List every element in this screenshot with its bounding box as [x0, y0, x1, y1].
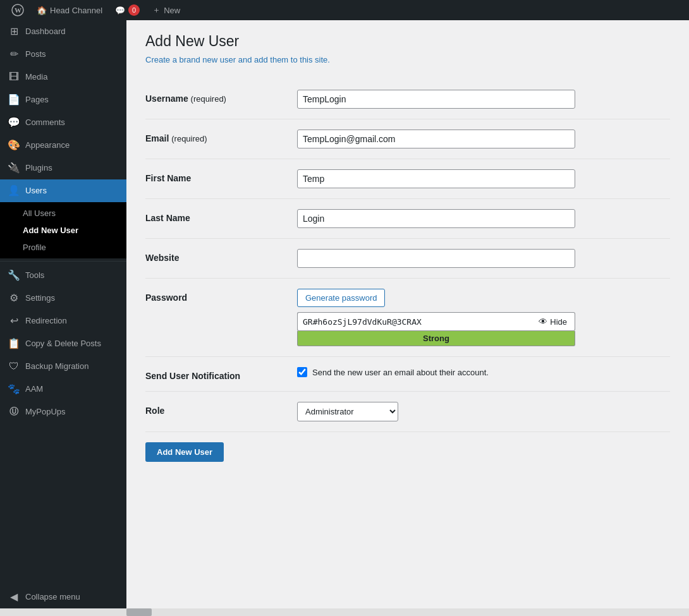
sidebar-label-plugins: Plugins	[25, 162, 52, 174]
profile-label: Profile	[23, 243, 46, 252]
role-row: Role Administrator Editor Author Contrib…	[145, 392, 670, 432]
admin-bar-home[interactable]: 🏠 Head Channel	[30, 0, 109, 20]
firstname-row: First Name	[145, 159, 670, 199]
users-icon: 👤	[8, 184, 20, 197]
page-title: Add New User	[145, 33, 670, 50]
sidebar-item-mypopups[interactable]: Ⓤ MyPopUps	[0, 401, 126, 423]
role-field: Administrator Editor Author Contributor …	[297, 402, 670, 421]
generate-password-button[interactable]: Generate password	[297, 289, 385, 307]
lastname-field	[297, 209, 670, 228]
website-row: Website	[145, 239, 670, 279]
submenu-profile[interactable]: Profile	[0, 239, 126, 256]
admin-bar-notifications[interactable]: 💬 0	[109, 0, 146, 20]
sidebar-item-appearance[interactable]: 🎨 Appearance	[0, 134, 126, 157]
admin-bar: W 🏠 Head Channel 💬 0 ＋ New	[0, 0, 689, 20]
firstname-label: First Name	[145, 169, 297, 183]
hide-label: Hide	[550, 317, 567, 327]
plugins-icon: 🔌	[8, 162, 20, 174]
firstname-input[interactable]	[297, 169, 575, 188]
wp-logo[interactable]: W	[5, 0, 30, 20]
lastname-row: Last Name	[145, 199, 670, 239]
sidebar-label-media: Media	[25, 71, 47, 83]
email-row: Email (required)	[145, 119, 670, 159]
sidebar-label-users: Users	[25, 185, 47, 196]
password-row: Password Generate password 👁 Hide Strong	[145, 279, 670, 357]
home-icon: 🏠	[37, 6, 47, 15]
notifications-count: 0	[128, 4, 140, 16]
page-subtitle: Create a brand new user and add them to …	[145, 55, 670, 64]
submenu-add-new-user[interactable]: Add New User	[0, 222, 126, 239]
sidebar-item-comments[interactable]: 💬 Comments	[0, 111, 126, 134]
add-user-form: Username (required) Email (required)	[145, 80, 670, 462]
email-required: (required)	[171, 134, 207, 143]
sidebar-label-settings: Settings	[25, 293, 55, 304]
sidebar-label-mypopups: MyPopUps	[25, 406, 66, 418]
dashboard-icon: ⊞	[8, 25, 20, 38]
sidebar-item-copy-delete[interactable]: 📋 Copy & Delete Posts	[0, 332, 126, 355]
firstname-field	[297, 169, 670, 188]
redirection-icon: ↩	[8, 315, 20, 327]
new-label: New	[164, 6, 180, 15]
sidebar-label-backup: Backup Migration	[25, 361, 88, 372]
sidebar-item-redirection[interactable]: ↩ Redirection	[0, 310, 126, 332]
sidebar-item-dashboard[interactable]: ⊞ Dashboard	[0, 20, 126, 43]
sidebar-label-dashboard: Dashboard	[25, 26, 66, 37]
website-label: Website	[145, 249, 297, 263]
sidebar-label-posts: Posts	[25, 49, 46, 60]
pages-icon: 📄	[8, 94, 20, 106]
sidebar-item-posts[interactable]: ✏ Posts	[0, 43, 126, 66]
posts-icon: ✏	[8, 48, 20, 61]
tools-icon: 🔧	[8, 269, 20, 282]
submenu-all-users[interactable]: All Users	[0, 205, 126, 222]
role-select[interactable]: Administrator Editor Author Contributor …	[297, 402, 398, 421]
sidebar-item-users[interactable]: 👤 Users	[0, 179, 126, 202]
plus-icon: ＋	[152, 4, 161, 16]
password-input[interactable]	[297, 312, 531, 331]
username-required: (required)	[191, 94, 226, 104]
appearance-icon: 🎨	[8, 139, 20, 152]
all-users-label: All Users	[23, 208, 56, 218]
sidebar-label-comments: Comments	[25, 117, 65, 128]
sidebar-label-pages: Pages	[25, 94, 49, 106]
notification-field: Send the new user an email about their a…	[297, 367, 670, 377]
notification-checkbox[interactable]	[297, 367, 307, 377]
collapse-icon: ◀	[8, 591, 20, 603]
comment-icon: 💬	[115, 6, 125, 15]
admin-bar-new[interactable]: ＋ New	[146, 0, 186, 20]
sidebar: ⊞ Dashboard ✏ Posts 🎞 Media 📄 Pages 💬 Co…	[0, 20, 126, 608]
sidebar-label-redirection: Redirection	[25, 315, 67, 327]
username-label: Username (required)	[145, 90, 297, 104]
sidebar-label-copy-delete: Copy & Delete Posts	[25, 338, 101, 349]
bottom-scrollbar[interactable]	[0, 608, 689, 616]
main-content: Add New User Create a brand new user and…	[126, 20, 689, 608]
mypopups-icon: Ⓤ	[8, 406, 20, 418]
hide-password-button[interactable]: 👁 Hide	[531, 312, 575, 331]
copy-delete-icon: 📋	[8, 337, 20, 350]
sidebar-item-plugins[interactable]: 🔌 Plugins	[0, 157, 126, 179]
sidebar-separator	[0, 261, 126, 262]
sidebar-label-aam: AAM	[25, 383, 43, 395]
email-field	[297, 130, 670, 148]
svg-text:W: W	[15, 6, 21, 14]
username-input[interactable]	[297, 90, 575, 109]
notification-label: Send User Notification	[145, 367, 297, 381]
email-input[interactable]	[297, 130, 575, 148]
sidebar-item-aam[interactable]: 🐾 AAM	[0, 378, 126, 401]
notification-checkbox-label: Send the new user an email about their a…	[297, 367, 670, 377]
sidebar-item-pages[interactable]: 📄 Pages	[0, 88, 126, 111]
sidebar-item-tools[interactable]: 🔧 Tools	[0, 264, 126, 287]
website-input[interactable]	[297, 249, 575, 268]
sidebar-item-backup-migration[interactable]: 🛡 Backup Migration	[0, 355, 126, 378]
sidebar-item-media[interactable]: 🎞 Media	[0, 66, 126, 88]
password-strength-bar: Strong	[297, 331, 575, 346]
sidebar-item-settings[interactable]: ⚙ Settings	[0, 287, 126, 310]
media-icon: 🎞	[8, 71, 20, 83]
comments-icon: 💬	[8, 116, 20, 129]
email-label: Email (required)	[145, 130, 297, 143]
users-submenu: All Users Add New User Profile	[0, 202, 126, 258]
lastname-input[interactable]	[297, 209, 575, 228]
sidebar-label-tools: Tools	[25, 270, 44, 281]
sidebar-item-collapse[interactable]: ◀ Collapse menu	[0, 586, 126, 608]
aam-icon: 🐾	[8, 383, 20, 396]
add-new-user-button[interactable]: Add New User	[145, 442, 224, 462]
